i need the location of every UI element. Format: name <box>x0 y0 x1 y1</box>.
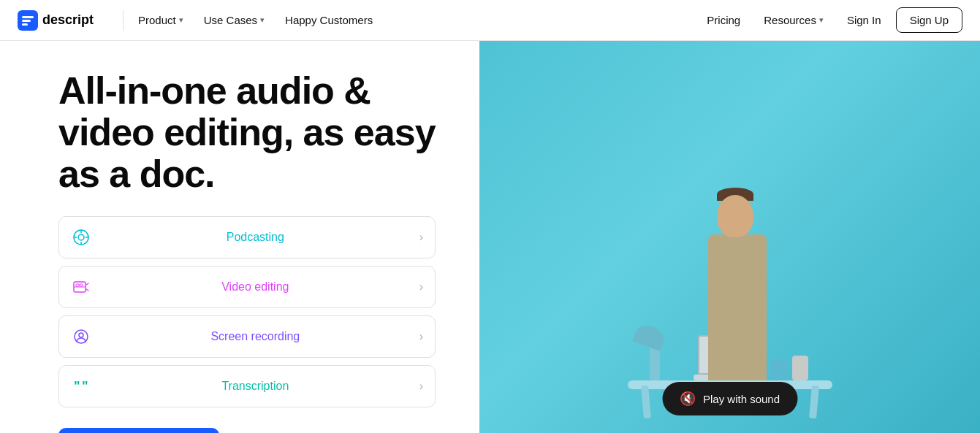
video-editing-label: Video editing <box>100 280 411 294</box>
podcasting-icon <box>71 227 91 248</box>
sound-icon: 🔇 <box>680 391 696 407</box>
nav-left: Product ▾ Use Cases ▾ Happy Customers <box>129 9 698 31</box>
person-head <box>717 195 753 237</box>
chevron-down-icon: ▾ <box>260 15 265 25</box>
logo-text: descript <box>42 12 94 28</box>
logo[interactable]: descript <box>18 10 94 31</box>
video-scene: ⊞ <box>577 41 884 433</box>
feature-screen-recording[interactable]: Screen recording › <box>58 315 436 358</box>
svg-point-5 <box>78 234 84 240</box>
svg-line-15 <box>86 289 88 291</box>
transcription-icon: " " <box>71 376 91 396</box>
transcription-label: Transcription <box>100 380 411 393</box>
video-section: ⊞ 🔇 Play with sound <box>479 41 980 433</box>
podcasting-label: Podcasting <box>100 231 411 244</box>
desk-leg-left <box>641 386 651 419</box>
nav-use-cases[interactable]: Use Cases ▾ <box>195 9 273 31</box>
svg-rect-2 <box>22 20 31 22</box>
svg-point-17 <box>79 333 83 337</box>
feature-transcription[interactable]: " " Transcription › <box>58 365 436 407</box>
svg-line-14 <box>86 283 88 285</box>
screen-recording-label: Screen recording <box>100 330 411 343</box>
svg-text:": " <box>82 379 88 394</box>
svg-rect-3 <box>22 23 28 26</box>
podcasting-chevron: › <box>419 231 423 244</box>
nav-pricing[interactable]: Pricing <box>698 9 749 31</box>
video-background: ⊞ 🔇 Play with sound <box>479 41 980 433</box>
feature-podcasting[interactable]: Podcasting › <box>58 216 436 258</box>
nav-happy-customers[interactable]: Happy Customers <box>276 9 381 31</box>
feature-list: Podcasting › Video editing › <box>58 216 436 407</box>
chevron-down-icon: ▾ <box>179 15 183 25</box>
feature-video-editing[interactable]: Video editing › <box>58 266 436 308</box>
nav-signin[interactable]: Sign In <box>838 9 890 31</box>
get-started-button[interactable]: Get started for free → <box>58 428 219 433</box>
svg-rect-12 <box>80 284 83 286</box>
video-editing-chevron: › <box>419 280 423 294</box>
transcription-chevron: › <box>419 380 423 393</box>
nav-right: Pricing Resources ▾ Sign In Sign Up <box>698 7 962 33</box>
svg-text:": " <box>74 379 80 394</box>
hero-title: All-in-one audio & video editing, as eas… <box>58 70 436 196</box>
speaker <box>792 356 808 380</box>
nav-product[interactable]: Product ▾ <box>129 9 192 31</box>
person-body <box>708 234 767 380</box>
screen-recording-icon <box>71 326 91 347</box>
chevron-down-icon: ▾ <box>819 15 824 25</box>
play-label: Play with sound <box>703 393 780 405</box>
hero-section: All-in-one audio & video editing, as eas… <box>0 41 479 433</box>
nav-signup-button[interactable]: Sign Up <box>896 7 962 33</box>
play-with-sound-button[interactable]: 🔇 Play with sound <box>662 382 797 415</box>
lamp-head <box>632 322 666 351</box>
svg-rect-11 <box>76 284 79 286</box>
desk-leg-right <box>809 386 819 419</box>
svg-rect-1 <box>22 16 34 18</box>
mug <box>770 360 788 380</box>
nav-resources[interactable]: Resources ▾ <box>755 9 832 31</box>
screen-recording-chevron: › <box>419 330 423 343</box>
video-editing-icon <box>71 277 91 297</box>
navbar: descript Product ▾ Use Cases ▾ Happy Cus… <box>0 0 980 41</box>
main-content: All-in-one audio & video editing, as eas… <box>0 41 980 433</box>
nav-divider <box>123 10 124 31</box>
